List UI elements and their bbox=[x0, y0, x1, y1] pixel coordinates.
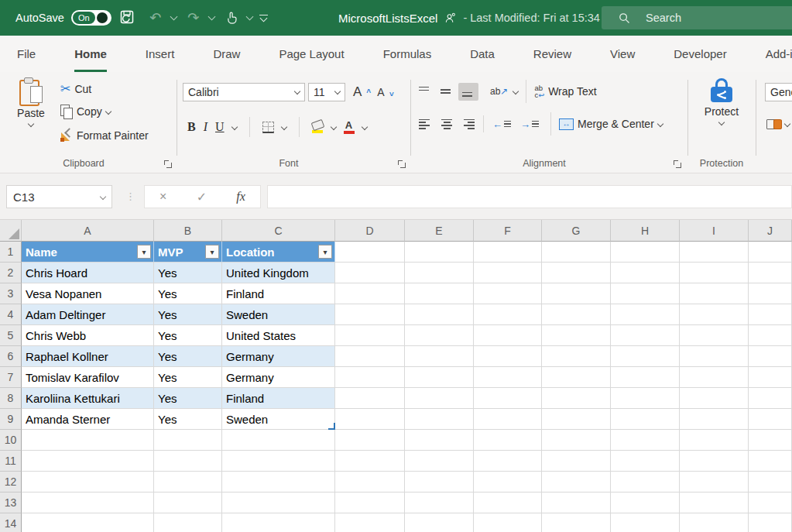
filter-button-name[interactable] bbox=[137, 245, 151, 259]
touch-mode-dropdown-chevron-icon[interactable] bbox=[245, 13, 253, 21]
fill-color-dropdown-chevron-icon[interactable] bbox=[330, 124, 336, 130]
column-header-d[interactable]: D bbox=[335, 220, 405, 242]
cell-J12[interactable] bbox=[749, 472, 792, 493]
undo-button[interactable]: ↶ bbox=[146, 7, 166, 29]
cell-H9[interactable] bbox=[611, 409, 680, 430]
cell-J1[interactable] bbox=[749, 242, 792, 263]
enter-button[interactable]: ✓ bbox=[197, 190, 207, 204]
cell-H4[interactable] bbox=[611, 304, 680, 325]
cell-H6[interactable] bbox=[611, 346, 680, 367]
cell-G11[interactable] bbox=[542, 451, 611, 472]
cell-D14[interactable] bbox=[335, 513, 405, 532]
tab-developer[interactable]: Developer bbox=[674, 36, 726, 72]
cell-A1[interactable]: Name bbox=[22, 242, 154, 263]
row-header-2[interactable]: 2 bbox=[0, 263, 22, 283]
cell-F1[interactable] bbox=[474, 242, 542, 263]
cell-J14[interactable] bbox=[749, 513, 792, 532]
cell-E3[interactable] bbox=[405, 283, 474, 304]
row-header-1[interactable]: 1 bbox=[0, 242, 22, 263]
cell-A11[interactable] bbox=[22, 451, 154, 472]
cell-D12[interactable] bbox=[335, 472, 405, 493]
cell-F8[interactable] bbox=[474, 388, 542, 409]
cell-D4[interactable] bbox=[335, 304, 405, 325]
row-header-6[interactable]: 6 bbox=[0, 346, 22, 367]
row-header-12[interactable]: 12 bbox=[0, 472, 22, 493]
autosave-toggle[interactable]: On bbox=[71, 10, 111, 26]
cell-E7[interactable] bbox=[405, 367, 474, 388]
row-header-14[interactable]: 14 bbox=[0, 513, 22, 532]
cell-J3[interactable] bbox=[749, 283, 792, 304]
accounting-format-button[interactable] bbox=[766, 118, 790, 129]
redo-button[interactable]: ↷ bbox=[183, 7, 204, 29]
cell-H11[interactable] bbox=[611, 451, 680, 472]
protect-dropdown-chevron-icon[interactable] bbox=[718, 119, 725, 125]
alignment-dialog-launcher[interactable] bbox=[674, 160, 681, 168]
cell-I10[interactable] bbox=[680, 430, 749, 451]
insert-function-button[interactable]: fx bbox=[236, 190, 245, 204]
column-header-i[interactable]: I bbox=[680, 220, 749, 242]
cell-A3[interactable]: Vesa Nopanen bbox=[22, 283, 154, 304]
cell-I11[interactable] bbox=[680, 451, 749, 472]
font-color-dropdown-chevron-icon[interactable] bbox=[361, 124, 367, 130]
font-name-combo[interactable]: Calibri bbox=[183, 83, 305, 101]
cell-G6[interactable] bbox=[542, 346, 611, 367]
cell-C14[interactable] bbox=[222, 513, 335, 532]
cell-G2[interactable] bbox=[542, 263, 611, 283]
cell-E13[interactable] bbox=[405, 493, 474, 513]
cell-C8[interactable]: Finland bbox=[222, 388, 335, 409]
cell-G4[interactable] bbox=[542, 304, 611, 325]
cell-D1[interactable] bbox=[335, 242, 405, 263]
tab-home[interactable]: Home bbox=[74, 36, 107, 72]
cell-H5[interactable] bbox=[611, 325, 680, 346]
cell-J7[interactable] bbox=[749, 367, 792, 388]
underline-dropdown-chevron-icon[interactable] bbox=[231, 124, 237, 130]
cell-E2[interactable] bbox=[405, 263, 474, 283]
cell-C4[interactable]: Sweden bbox=[222, 304, 335, 325]
cell-J10[interactable] bbox=[749, 430, 792, 451]
column-header-c[interactable]: C bbox=[222, 220, 335, 242]
cell-B3[interactable]: Yes bbox=[154, 283, 222, 304]
redo-dropdown-chevron-icon[interactable] bbox=[207, 13, 215, 21]
cell-G7[interactable] bbox=[542, 367, 611, 388]
column-header-j[interactable]: J bbox=[749, 220, 792, 242]
cell-G13[interactable] bbox=[542, 493, 611, 513]
cell-C5[interactable]: United States bbox=[222, 325, 335, 346]
cell-F2[interactable] bbox=[474, 263, 542, 283]
align-center-button[interactable] bbox=[437, 115, 457, 133]
cell-A2[interactable]: Chris Hoard bbox=[22, 263, 154, 283]
cell-I9[interactable] bbox=[680, 409, 749, 430]
cell-H7[interactable] bbox=[611, 367, 680, 388]
cell-F6[interactable] bbox=[474, 346, 542, 367]
orientation-dropdown-chevron-icon[interactable] bbox=[513, 88, 519, 94]
cell-H12[interactable] bbox=[611, 472, 680, 493]
cell-F12[interactable] bbox=[474, 472, 542, 493]
cell-A4[interactable]: Adam Deltinger bbox=[22, 304, 154, 325]
row-header-11[interactable]: 11 bbox=[0, 451, 22, 472]
cell-H1[interactable] bbox=[611, 242, 680, 263]
cell-B5[interactable]: Yes bbox=[154, 325, 222, 346]
cell-C6[interactable]: Germany bbox=[222, 346, 335, 367]
cell-E1[interactable] bbox=[405, 242, 474, 263]
select-all-button[interactable] bbox=[0, 220, 22, 242]
copy-dropdown-chevron-icon[interactable] bbox=[105, 108, 111, 115]
cell-F14[interactable] bbox=[474, 513, 542, 532]
cell-I12[interactable] bbox=[680, 472, 749, 493]
cell-E4[interactable] bbox=[405, 304, 474, 325]
row-header-7[interactable]: 7 bbox=[0, 367, 22, 388]
column-header-e[interactable]: E bbox=[405, 220, 474, 242]
format-painter-button[interactable]: Format Painter bbox=[60, 129, 149, 142]
cell-J5[interactable] bbox=[749, 325, 792, 346]
save-button[interactable] bbox=[118, 7, 139, 29]
cell-G10[interactable] bbox=[542, 430, 611, 451]
decrease-indent-button[interactable]: ← bbox=[489, 115, 515, 134]
cell-F4[interactable] bbox=[474, 304, 542, 325]
borders-dropdown-chevron-icon[interactable] bbox=[280, 124, 286, 130]
cell-I4[interactable] bbox=[680, 304, 749, 325]
merge-center-dropdown-chevron-icon[interactable] bbox=[657, 121, 663, 127]
formula-input[interactable] bbox=[267, 185, 792, 208]
cell-H8[interactable] bbox=[611, 388, 680, 409]
cell-A8[interactable]: Karoliina Kettukari bbox=[22, 388, 154, 409]
cell-C3[interactable]: Finland bbox=[222, 283, 335, 304]
cell-I3[interactable] bbox=[680, 283, 749, 304]
cell-A7[interactable]: Tomislav Karafilov bbox=[22, 367, 154, 388]
